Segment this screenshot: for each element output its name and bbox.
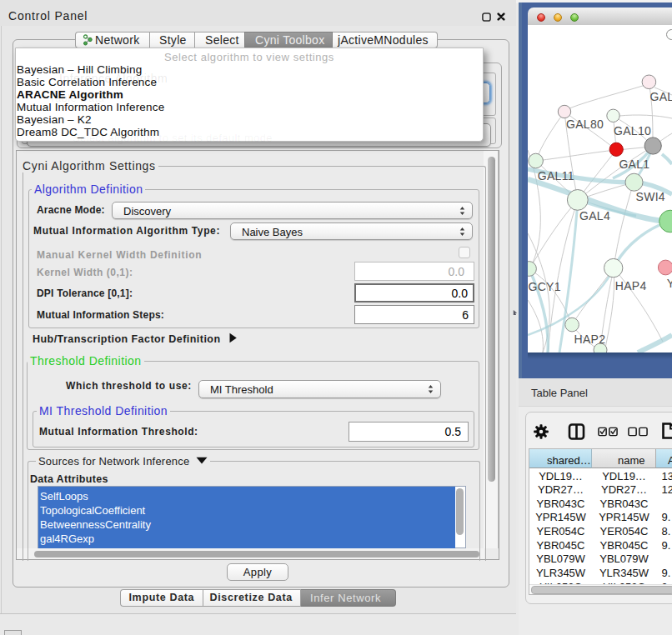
svg-text:Y: Y (667, 277, 672, 290)
svg-text:GAL7: GAL7 (650, 90, 672, 103)
svg-text:GAL4: GAL4 (579, 209, 610, 222)
svg-text:HAP4: HAP4 (615, 279, 647, 292)
svg-text:GAL10: GAL10 (614, 124, 651, 138)
svg-text:GAL1: GAL1 (619, 158, 649, 171)
svg-text:SWI4: SWI4 (636, 190, 665, 203)
svg-text:GAL80: GAL80 (566, 118, 604, 131)
svg-text:HAP2: HAP2 (574, 332, 606, 346)
svg-text:GAL11: GAL11 (538, 169, 574, 182)
svg-text:GCY1: GCY1 (529, 280, 561, 293)
